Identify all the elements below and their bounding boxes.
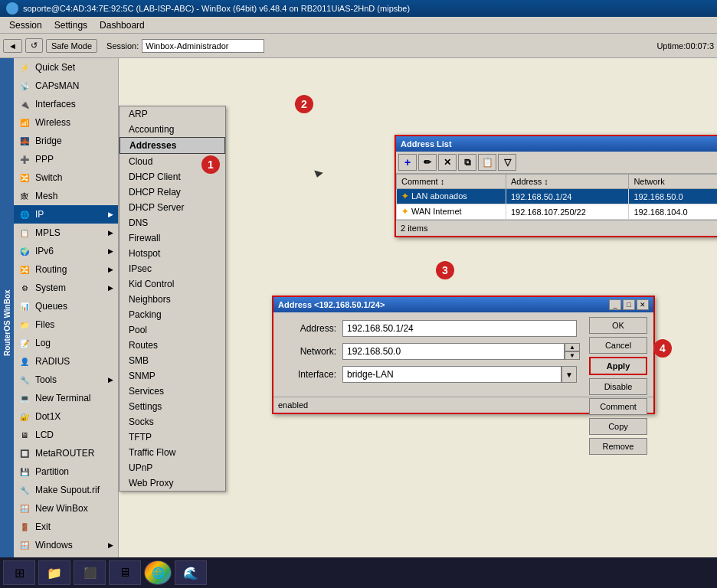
taskbar-explorer[interactable]: 📁: [38, 560, 70, 585]
exit-icon: 🚪: [18, 521, 31, 533]
dropdown-neighbors[interactable]: Neighbors: [120, 292, 225, 307]
sidebar-item-dot1x[interactable]: 🔐 Dot1X: [14, 407, 118, 426]
interface-field[interactable]: [342, 366, 561, 383]
cancel-button[interactable]: Cancel: [589, 337, 647, 354]
sidebar-item-ipv6[interactable]: 🌍 IPv6 ▶: [14, 242, 118, 260]
table-row[interactable]: ✦LAN abonados 192.168.50.1/24 192.168.50…: [397, 189, 718, 204]
copy-button[interactable]: Copy: [589, 418, 647, 435]
dropdown-packing[interactable]: Packing: [120, 307, 225, 322]
sidebar-item-new-terminal[interactable]: 💻 New Terminal: [14, 389, 118, 407]
sidebar-item-label: Windows: [35, 540, 73, 550]
menu-dashboard[interactable]: Dashboard: [93, 18, 151, 32]
address-field[interactable]: [342, 320, 577, 337]
sidebar-item-mesh[interactable]: 🕸 Mesh: [14, 187, 118, 205]
dropdown-kid-control[interactable]: Kid Control: [120, 276, 225, 292]
add-address-button[interactable]: +: [398, 154, 417, 171]
edit-minimize-button[interactable]: _: [609, 299, 621, 310]
dropdown-firewall[interactable]: Firewall: [120, 230, 225, 246]
dropdown-accounting[interactable]: Accounting: [120, 122, 225, 137]
dropdown-addresses[interactable]: Addresses: [120, 137, 225, 154]
mpls-arrow: ▶: [108, 229, 113, 237]
sidebar-item-label: LCD: [35, 430, 54, 440]
col-address[interactable]: Address ↕: [506, 175, 628, 189]
dropdown-settings[interactable]: Settings: [120, 399, 225, 414]
dropdown-socks[interactable]: Socks: [120, 414, 225, 430]
sidebar-item-windows[interactable]: 🪟 Windows ▶: [14, 536, 118, 554]
network-field[interactable]: [342, 343, 565, 360]
sidebar-item-exit[interactable]: 🚪 Exit: [14, 518, 118, 536]
sidebar-item-ip[interactable]: 🌐 IP ▶: [14, 205, 118, 224]
tools-icon: 🔧: [18, 374, 31, 386]
disable-button[interactable]: Disable: [589, 378, 647, 395]
dropdown-snmp[interactable]: SNMP: [120, 368, 225, 384]
badge-1: 1: [201, 155, 220, 174]
table-row[interactable]: ✦WAN Internet 192.168.107.250/22 192.168…: [397, 204, 718, 220]
dropdown-hotspot[interactable]: Hotspot: [120, 246, 225, 261]
taskbar-chrome[interactable]: 🌐: [144, 560, 172, 585]
network-up-button[interactable]: ▲: [565, 343, 580, 351]
dropdown-ipsec[interactable]: IPsec: [120, 261, 225, 276]
sidebar-item-bridge[interactable]: 🌉 Bridge: [14, 132, 118, 150]
sidebar-item-metarouter[interactable]: 🔲 MetaROUTER: [14, 444, 118, 462]
sidebar-item-capsman[interactable]: 📡 CAPsMAN: [14, 77, 118, 95]
ok-button[interactable]: OK: [589, 317, 647, 334]
sidebar-item-new-winbox[interactable]: 🪟 New WinBox: [14, 499, 118, 518]
sidebar-item-system[interactable]: ⚙ System ▶: [14, 279, 118, 297]
refresh-button[interactable]: ↺: [25, 38, 43, 53]
sidebar-item-mpls[interactable]: 📋 MPLS ▶: [14, 224, 118, 242]
session-input[interactable]: [142, 39, 264, 53]
delete-address-button[interactable]: ✕: [438, 154, 457, 171]
interface-dropdown-button[interactable]: ▼: [561, 366, 577, 383]
sidebar-item-tools[interactable]: 🔧 Tools ▶: [14, 371, 118, 389]
dropdown-tftp[interactable]: TFTP: [120, 430, 225, 445]
dropdown-smb[interactable]: SMB: [120, 353, 225, 368]
sidebar-item-label: CAPsMAN: [35, 80, 79, 91]
dropdown-dns[interactable]: DNS: [120, 215, 225, 230]
taskbar-display[interactable]: 🖥: [109, 560, 141, 585]
remove-button[interactable]: Remove: [589, 438, 647, 455]
sidebar-item-files[interactable]: 📁 Files: [14, 315, 118, 334]
dropdown-upnp[interactable]: UPnP: [120, 460, 225, 475]
sidebar-item-routing[interactable]: 🔀 Routing ▶: [14, 260, 118, 279]
menu-settings[interactable]: Settings: [48, 18, 93, 32]
dropdown-dhcp-relay[interactable]: DHCP Relay: [120, 185, 225, 200]
sidebar-item-quickset[interactable]: ⚡ Quick Set: [14, 58, 118, 77]
toolbar: ◄ ↺ Safe Mode Session: Uptime:00:07:3: [0, 34, 717, 58]
edit-maximize-button[interactable]: □: [623, 299, 635, 310]
taskbar-edge[interactable]: 🌊: [175, 560, 207, 585]
taskbar-start[interactable]: ⊞: [3, 560, 35, 585]
apply-button[interactable]: Apply: [589, 357, 647, 375]
dropdown-pool[interactable]: Pool: [120, 322, 225, 338]
sidebar-item-wireless[interactable]: 📶 Wireless: [14, 113, 118, 132]
dropdown-dhcp-server[interactable]: DHCP Server: [120, 200, 225, 215]
network-spinners: ▲ ▼: [565, 343, 577, 360]
copy-address-button[interactable]: ⧉: [458, 154, 476, 171]
col-comment[interactable]: Comment ↕: [397, 175, 506, 189]
comment-button[interactable]: Comment: [589, 398, 647, 415]
sidebar-item-lcd[interactable]: 🖥 LCD: [14, 426, 118, 444]
col-network[interactable]: Network: [629, 175, 717, 189]
network-down-button[interactable]: ▼: [565, 351, 580, 360]
sidebar-item-label: IP: [35, 209, 44, 220]
sidebar-item-radius[interactable]: 👤 RADIUS: [14, 352, 118, 371]
menu-session[interactable]: Session: [3, 18, 48, 32]
sidebar-item-ppp[interactable]: ➕ PPP: [14, 150, 118, 168]
sidebar-item-log[interactable]: 📝 Log: [14, 334, 118, 352]
taskbar-terminal[interactable]: ⬛: [74, 560, 106, 585]
back-button[interactable]: ◄: [3, 39, 22, 53]
sidebar-item-make-supout[interactable]: 🔧 Make Supout.rif: [14, 481, 118, 499]
sidebar-item-queues[interactable]: 📊 Queues: [14, 297, 118, 315]
sidebar-item-interfaces[interactable]: 🔌 Interfaces: [14, 95, 118, 113]
sidebar-item-switch[interactable]: 🔀 Switch: [14, 168, 118, 187]
dropdown-services[interactable]: Services: [120, 384, 225, 399]
safe-mode-button[interactable]: Safe Mode: [46, 39, 97, 53]
dropdown-traffic-flow[interactable]: Traffic Flow: [120, 445, 225, 460]
edit-address-button[interactable]: ✏: [418, 154, 437, 171]
dropdown-web-proxy[interactable]: Web Proxy: [120, 475, 225, 491]
dropdown-arp[interactable]: ARP: [120, 106, 225, 122]
paste-address-button[interactable]: 📋: [478, 154, 496, 171]
filter-button[interactable]: ▽: [498, 154, 516, 171]
edit-close-button[interactable]: ✕: [637, 299, 649, 310]
sidebar-item-partition[interactable]: 💾 Partition: [14, 462, 118, 481]
dropdown-routes[interactable]: Routes: [120, 338, 225, 353]
